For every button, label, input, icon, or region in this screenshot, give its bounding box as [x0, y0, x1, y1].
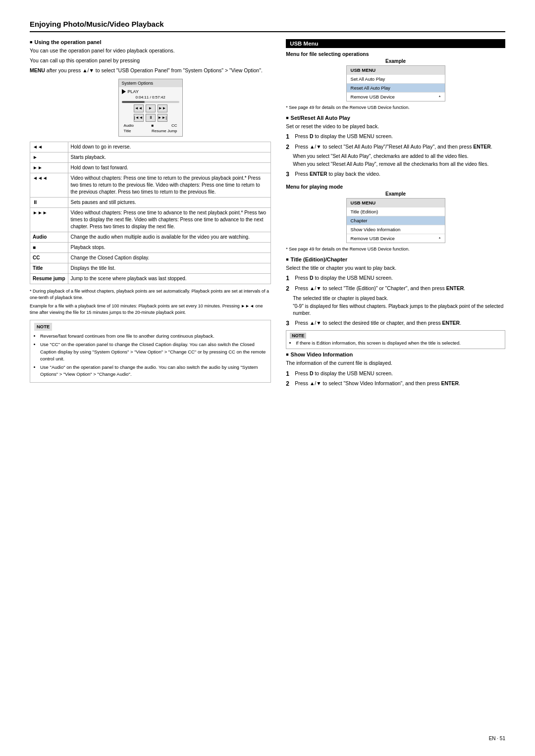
controls-row: ⏸Sets pauses and still pictures. [30, 197, 271, 207]
note-title: NOTE [34, 323, 52, 331]
control-desc: Displays the title list. [68, 263, 271, 273]
step-bullets: The selected title or chapter is played … [286, 295, 505, 317]
rewind-btn[interactable]: ◄◄ [134, 104, 144, 112]
control-symbol: ◄◄◄ [30, 173, 68, 197]
step-text: Press ▲/▼ to select the desired title or… [295, 319, 461, 328]
para2: You can call up this operation panel by … [30, 57, 271, 64]
control-desc: Hold down to fast forward. [68, 162, 271, 173]
show-video-steps: 1Press D to display the USB MENU screen.… [286, 370, 505, 389]
using-panel-heading: Using the operation panel [30, 39, 271, 45]
play-menu-example: USB MENUTitle (Edition)ChapterShow Video… [346, 198, 445, 243]
control-symbol: ►►► [30, 207, 68, 232]
menu-row: Remove USB Device* [347, 93, 445, 101]
ff-btn[interactable]: ►► [158, 104, 167, 112]
menu-bold: MENU [30, 67, 45, 73]
tc-note-item: If there is Edition information, this sc… [296, 340, 501, 346]
control-symbol: Audio [30, 232, 68, 242]
control-desc: Sets pauses and still pictures. [68, 197, 271, 207]
right-column: USB Menu Menu for file selecting operati… [286, 39, 505, 391]
play-btn[interactable]: ► [146, 104, 156, 112]
step-number: 1 [286, 133, 293, 141]
menu-row: USB MENU [347, 199, 445, 207]
show-video-heading: Show Video Information [286, 352, 505, 357]
title-label: Title [124, 129, 131, 133]
step-text: Press D to display the USB MENU screen. [295, 370, 393, 378]
step-number: 2 [286, 380, 293, 388]
bullet-item: When you select "Set All Auto Play", che… [293, 153, 505, 160]
para3: MENU after you press ▲/▼ to select "USB … [30, 67, 271, 74]
step-text: Press ▲/▼ to select "Set All Auto Play"/… [295, 143, 492, 151]
pause-btn[interactable]: ⏸ [146, 114, 156, 122]
op-label-row-1: Audio ■ CC [124, 123, 177, 128]
set-reset-heading: Set/Reset All Auto Play [286, 115, 505, 121]
operation-panel: System Options PLAY 0:04:11 / 0:57:42 ◄◄… [118, 79, 183, 137]
step-number: 2 [286, 143, 293, 151]
step-item: 2Press ▲/▼ to select "Set All Auto Play"… [286, 143, 505, 151]
step-text: Press D to display the USB MENU screen. [295, 274, 393, 283]
control-symbol: ⏸ [30, 197, 68, 207]
tc-note-items: If there is Edition information, this sc… [290, 340, 501, 346]
panel-time: 0:04:11 / 0:57:42 [122, 95, 179, 100]
page-footer: EN · 51 [489, 736, 505, 741]
footnote2: Example for a file with a playback time … [30, 303, 271, 316]
controls-row: ■Playback stops. [30, 242, 271, 252]
play-label: PLAY [128, 89, 139, 94]
cc-label: CC [171, 123, 177, 128]
stop-label: ■ [152, 123, 154, 128]
step-text: Press D to display the USB MENU screen. [295, 133, 393, 141]
file-footnote: * See page 49 for details on the Remove … [286, 104, 505, 111]
step-number: 2 [286, 285, 293, 293]
file-menu-heading: Menu for file selecting operations [286, 51, 505, 57]
op-row-2: |◄◄ ⏸ ►►| [122, 114, 179, 122]
para3-rest: after you press ▲/▼ to select "USB Opera… [45, 67, 263, 73]
show-video-intro: The information of the current file is d… [286, 359, 505, 367]
left-column: Using the operation panel You can use th… [30, 39, 271, 391]
control-desc: Starts playback. [68, 152, 271, 162]
step-item: 1Press D to display the USB MENU screen. [286, 133, 505, 141]
step-item: 2Press ▲/▼ to select "Show Video Informa… [286, 380, 505, 388]
title-chapter-heading: Title (Edition)/Chapter [286, 256, 505, 262]
menu-row: Chapter [347, 216, 445, 225]
step-text: Press ENTER to play back the video. [295, 170, 380, 179]
panel-header: System Options [119, 79, 182, 87]
control-symbol: CC [30, 252, 68, 263]
set-reset-steps: 1Press D to display the USB MENU screen.… [286, 133, 505, 179]
controls-row: ►►►Video without chapters: Press one tim… [30, 207, 271, 232]
bullet-item: The selected title or chapter is played … [293, 295, 505, 302]
op-label-row-2: Title Resume Jump [124, 129, 177, 133]
menu-row: Show Video Information [347, 225, 445, 234]
step-bullets: When you select "Set All Auto Play", che… [286, 153, 505, 168]
usb-menu-header: USB Menu [286, 39, 505, 48]
step-item: 2Press ▲/▼ to select "Title (Edition)" o… [286, 285, 505, 293]
footnote1: * During playback of a file without chap… [30, 288, 271, 301]
progress-fill [122, 101, 145, 103]
menu-row: Remove USB Device* [347, 234, 445, 243]
controls-row: CCChange the Closed Caption display. [30, 252, 271, 263]
play-example-label: Example [286, 191, 505, 197]
panel-body: PLAY 0:04:11 / 0:57:42 ◄◄ ► ►► |◄◄ ⏸ ►►| [119, 87, 182, 136]
control-symbol: Title [30, 263, 68, 273]
control-desc: Change the audio when multiple audio is … [68, 232, 271, 242]
menu-row: Reset All Auto Play [347, 84, 445, 93]
control-desc: Playback stops. [68, 242, 271, 252]
bullet-item: "0-9" is displayed for files without cha… [293, 303, 505, 317]
prev-btn[interactable]: |◄◄ [134, 114, 144, 122]
controls-row: Resume jumpJump to the scene where playb… [30, 273, 271, 284]
controls-row: ◄◄◄Video without chapters: Press one tim… [30, 173, 271, 197]
progress-bar [122, 101, 179, 103]
note-item: Use "Audio" on the operation panel to ch… [40, 364, 267, 378]
next-btn[interactable]: ►►| [158, 114, 167, 122]
step-number: 3 [286, 319, 293, 328]
step-number: 1 [286, 274, 293, 283]
control-desc: Hold down to go in reverse. [68, 142, 271, 152]
panel-label: System Options [122, 81, 154, 86]
play-footnote: * See page 49 for details on the Remove … [286, 246, 505, 252]
control-desc: Video without chapters: Press one time t… [68, 173, 271, 197]
title-chapter-intro: Select the title or chapter you want to … [286, 264, 505, 272]
step-item: 1Press D to display the USB MENU screen. [286, 370, 505, 378]
controls-row: TitleDisplays the title list. [30, 263, 271, 273]
note-item: Reverse/fast forward continues from one … [40, 333, 267, 340]
control-symbol: ► [30, 152, 68, 162]
controls-row: ►Starts playback. [30, 152, 271, 162]
step-item: 3Press ▲/▼ to select the desired title o… [286, 319, 505, 328]
